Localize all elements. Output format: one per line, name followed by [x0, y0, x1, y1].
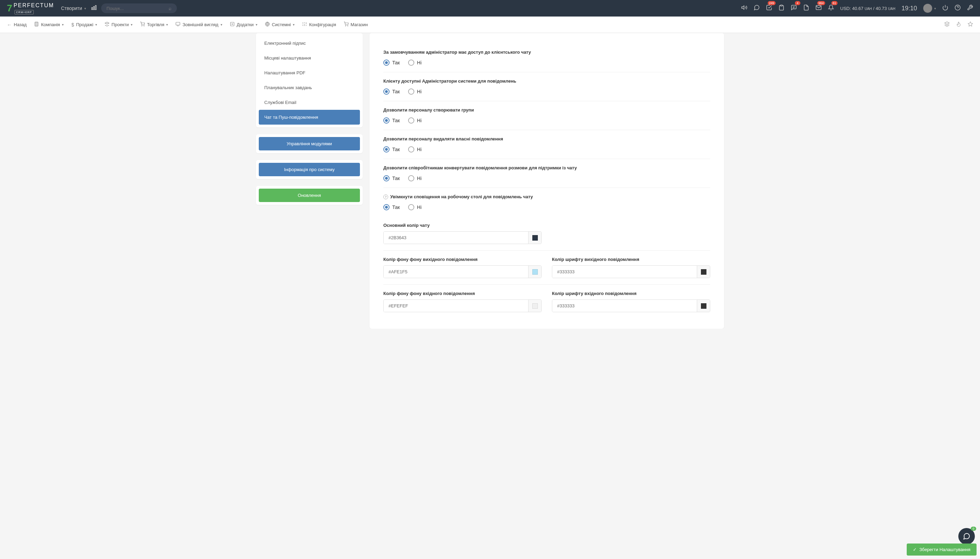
comment-icon[interactable]: 4	[791, 5, 797, 12]
mail-icon[interactable]: 964	[815, 5, 822, 12]
nav-sales[interactable]: $ Продажі▾	[71, 22, 97, 28]
analytics-icon[interactable]	[91, 5, 97, 12]
chat-badge: 4	[795, 1, 800, 5]
setting-group: Клієнту доступні Адміністратори системи …	[383, 72, 710, 101]
nav-trade[interactable]: Торгівля▾	[140, 22, 168, 28]
logo-icon: 7	[7, 3, 12, 14]
sliders-icon	[302, 22, 307, 28]
svg-rect-1	[93, 7, 94, 10]
messages-icon[interactable]	[754, 5, 760, 12]
setting-group: Дозволити персоналу створювати групиТакН…	[383, 101, 710, 130]
radio-no[interactable]: Ні	[408, 88, 422, 95]
radio-row: ТакНі	[383, 175, 710, 181]
nav-company[interactable]: Компанія▾	[34, 22, 64, 28]
create-button[interactable]: Створити ▾	[61, 5, 86, 11]
search-input[interactable]	[107, 6, 168, 11]
nav-projects[interactable]: Проекти▾	[105, 22, 132, 28]
cart-icon	[344, 22, 348, 28]
out-font-swatch[interactable]	[697, 266, 710, 278]
radio-yes[interactable]: Так	[383, 88, 400, 95]
out-bg-input[interactable]	[384, 266, 528, 278]
main-color-swatch[interactable]	[528, 232, 541, 244]
update-button[interactable]: Оновлення	[259, 189, 360, 202]
sound-icon[interactable]	[741, 5, 747, 12]
svg-rect-4	[780, 5, 782, 6]
check-icon[interactable]: 249	[766, 5, 772, 12]
settings-content: За замовчуванням адміністратор має досту…	[370, 33, 724, 329]
chevron-down-icon: ▾	[166, 23, 168, 26]
logo-text: PERFECTUM	[14, 2, 54, 8]
radio-yes[interactable]: Так	[383, 117, 400, 124]
document-icon[interactable]	[803, 5, 809, 12]
main-color-input[interactable]	[384, 232, 528, 244]
user-menu[interactable]: ▾	[923, 4, 936, 13]
stack-icon[interactable]	[944, 22, 950, 28]
setting-group: Дозволити співробітникам конвертувати по…	[383, 159, 710, 188]
radio-row: ТакНі	[383, 88, 710, 95]
modules-button[interactable]: Управління модулями	[259, 137, 360, 150]
radio-no[interactable]: Ні	[408, 175, 422, 181]
nav-addons[interactable]: Додатки▾	[230, 22, 257, 28]
radio-icon	[408, 117, 414, 124]
search-box[interactable]: ⌕	[101, 3, 177, 13]
out-bg-field	[383, 265, 542, 278]
in-bg-field	[383, 299, 542, 312]
svg-rect-16	[176, 22, 180, 25]
svg-marker-32	[968, 22, 972, 26]
sidebar-item[interactable]: Місцеві налаштування	[259, 51, 360, 65]
nav-shop[interactable]: Магазин	[344, 22, 368, 28]
svg-point-15	[144, 26, 144, 26]
chevron-down-icon: ▾	[131, 23, 132, 26]
setting-group: Дозволити персоналу видаляти власні пові…	[383, 130, 710, 159]
power-icon[interactable]	[942, 5, 948, 12]
chevron-down-icon: ▾	[293, 23, 295, 26]
radio-no[interactable]: Ні	[408, 117, 422, 124]
radio-yes[interactable]: Так	[383, 60, 400, 66]
radio-yes[interactable]: Так	[383, 204, 400, 210]
fire-icon[interactable]	[956, 22, 962, 28]
out-bg-swatch[interactable]	[528, 266, 541, 278]
radio-icon	[408, 60, 414, 66]
setting-label: Клієнту доступні Адміністратори системи …	[383, 78, 710, 84]
out-font-input[interactable]	[552, 266, 697, 278]
main-color-field	[383, 231, 542, 244]
nav-appearance[interactable]: Зовнішній вигляд▾	[175, 22, 222, 28]
out-bg-label: Колір фону фону вихідного повідомлення	[383, 257, 542, 262]
nav-system[interactable]: Системні▾	[265, 22, 295, 28]
sidebar-item[interactable]: Службові Email	[259, 95, 360, 110]
radio-no[interactable]: Ні	[408, 204, 422, 210]
cart-icon	[140, 22, 145, 28]
help-tooltip-icon[interactable]: ?	[383, 195, 388, 199]
building-icon	[34, 22, 39, 28]
sidebar-item[interactable]: Налаштування PDF	[259, 65, 360, 80]
setting-label: Дозволити персоналу видаляти власні пові…	[383, 136, 710, 141]
in-font-swatch[interactable]	[697, 300, 710, 312]
nav-configuration[interactable]: Конфігурація	[302, 22, 336, 28]
currency-display: USD: 40.67 UAH / 40.73 UAH	[840, 6, 895, 11]
nav-back[interactable]: ← Назад	[7, 22, 26, 28]
monitor-icon	[175, 22, 180, 28]
help-icon[interactable]	[955, 5, 961, 12]
system-info-button[interactable]: Інформація про систему	[259, 163, 360, 176]
setting-label: Дозволити співробітникам конвертувати по…	[383, 165, 710, 170]
bell-icon[interactable]: 61	[828, 5, 834, 12]
svg-marker-13	[105, 22, 109, 24]
star-icon[interactable]	[968, 22, 973, 28]
radio-yes[interactable]: Так	[383, 175, 400, 181]
nav-bar: ← Назад Компанія▾ $ Продажі▾ Проекти▾ То…	[0, 17, 980, 33]
globe-icon	[265, 22, 270, 28]
chevron-down-icon: ▾	[221, 23, 222, 26]
radio-yes[interactable]: Так	[383, 146, 400, 152]
in-bg-input[interactable]	[384, 300, 528, 312]
in-bg-swatch[interactable]	[528, 300, 541, 312]
clipboard-icon[interactable]	[778, 5, 785, 12]
in-font-input[interactable]	[552, 300, 697, 312]
sidebar-item[interactable]: Електронний підпис	[259, 36, 360, 51]
sidebar-item[interactable]: Планувальник завдань	[259, 80, 360, 95]
radio-no[interactable]: Ні	[408, 60, 422, 66]
sidebar-item[interactable]: Чат та Пуш-повідомлення	[259, 110, 360, 125]
wrench-icon[interactable]	[967, 5, 973, 12]
radio-no[interactable]: Ні	[408, 146, 422, 152]
svg-point-14	[142, 26, 142, 26]
logo[interactable]: 7 PERFECTUM CRM+ERP	[7, 2, 54, 14]
